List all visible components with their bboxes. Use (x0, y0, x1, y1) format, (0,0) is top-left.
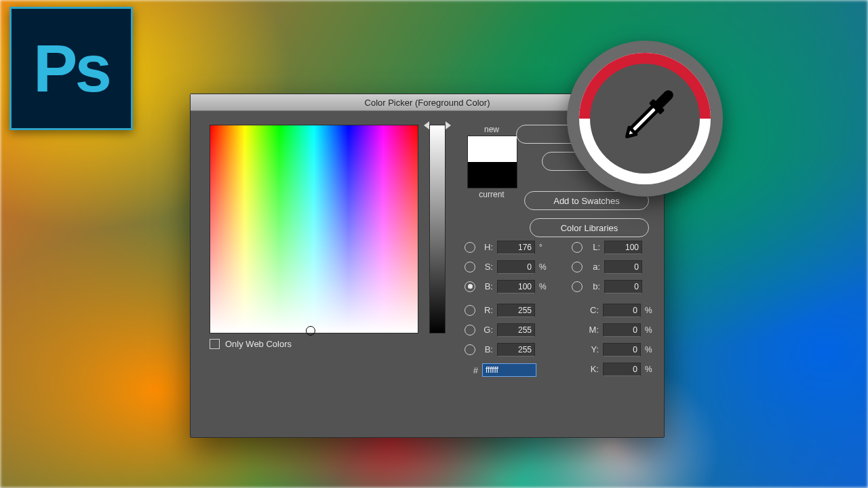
label-l: L: (587, 242, 600, 252)
radio-a[interactable] (572, 262, 583, 272)
label-a: a: (587, 262, 600, 272)
slider-thumb-left[interactable] (424, 121, 429, 129)
color-field-cursor[interactable] (306, 326, 315, 336)
unit-h: ° (539, 243, 550, 252)
unit-b: % (539, 282, 550, 291)
current-color-swatch[interactable] (468, 162, 517, 188)
label-lab-b: b: (587, 281, 600, 291)
label-k: K: (585, 364, 599, 374)
unit-m: % (645, 325, 656, 335)
radio-h[interactable] (465, 242, 475, 253)
color-field[interactable] (210, 125, 418, 333)
input-hex[interactable] (482, 363, 536, 377)
new-label: new (467, 125, 516, 134)
label-m: M: (585, 325, 599, 335)
label-g: G: (479, 325, 493, 335)
input-h[interactable] (497, 241, 535, 254)
input-l[interactable] (604, 241, 642, 254)
label-b: B: (479, 281, 493, 291)
radio-bb[interactable] (465, 344, 475, 355)
label-bb: B: (479, 344, 493, 354)
radio-l[interactable] (572, 242, 583, 253)
only-web-colors-label: Only Web Colors (225, 339, 292, 349)
radio-b[interactable] (465, 281, 475, 292)
input-b[interactable] (497, 280, 535, 293)
radio-s[interactable] (465, 262, 475, 272)
label-h: H: (479, 242, 493, 252)
unit-y: % (645, 345, 656, 354)
brightness-slider[interactable] (429, 125, 446, 333)
slider-thumb-right[interactable] (446, 121, 451, 129)
new-color-swatch[interactable] (468, 136, 517, 162)
label-y: Y: (585, 344, 599, 354)
input-a[interactable] (604, 260, 642, 274)
eyedropper-icon (607, 75, 688, 157)
color-preview: new current (467, 125, 516, 199)
photoshop-logo-text: Ps (33, 35, 109, 102)
only-web-colors-checkbox[interactable] (210, 339, 220, 349)
label-c: C: (585, 305, 599, 315)
color-libraries-button[interactable]: Color Libraries (530, 218, 649, 237)
unit-c: % (645, 306, 656, 315)
input-lab-b[interactable] (604, 280, 642, 293)
label-r: R: (479, 305, 493, 315)
input-r[interactable] (497, 304, 535, 317)
input-g[interactable] (497, 323, 535, 337)
input-m[interactable] (603, 323, 641, 337)
label-s: S: (479, 262, 493, 272)
input-bb[interactable] (497, 343, 535, 357)
input-k[interactable] (603, 363, 641, 376)
eyedropper-badge (567, 41, 723, 197)
input-s[interactable] (497, 260, 535, 274)
unit-k: % (645, 365, 656, 374)
radio-lab-b[interactable] (572, 281, 583, 292)
radio-g[interactable] (465, 325, 475, 336)
input-c[interactable] (603, 304, 641, 317)
photoshop-logo: Ps (9, 7, 133, 130)
hex-label: # (465, 365, 478, 375)
input-y[interactable] (603, 343, 641, 357)
unit-s: % (539, 262, 550, 272)
svg-rect-2 (631, 106, 658, 134)
radio-r[interactable] (465, 305, 475, 316)
current-label: current (467, 190, 516, 199)
